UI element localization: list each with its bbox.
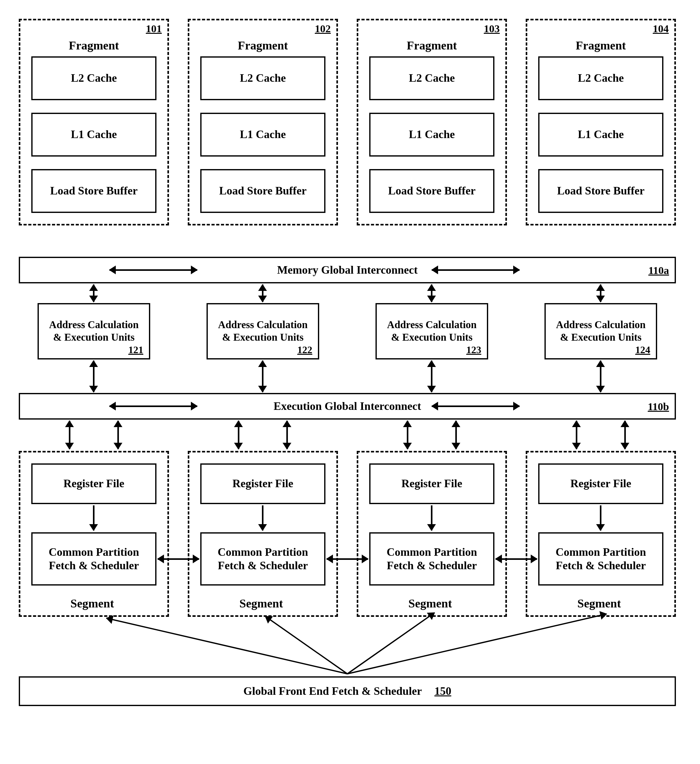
segment-4-label: Segment bbox=[577, 596, 621, 610]
fragment-1-l1: L1 Cache bbox=[31, 113, 156, 157]
arrow-h-cp-23 bbox=[327, 558, 368, 560]
fragment-3-lsb: Load Store Buffer bbox=[369, 169, 494, 213]
fragment-1-ref: 101 bbox=[146, 23, 162, 35]
arrow-v-rf-1a bbox=[69, 421, 70, 449]
arrow-v-rf-4b bbox=[624, 421, 626, 449]
arrow-h-mem-left bbox=[109, 269, 197, 271]
arrow-down-cp-4 bbox=[600, 506, 602, 531]
global-front-end-label: Global Front End Fetch & Scheduler bbox=[244, 684, 422, 698]
fragment-2-l1: L1 Cache bbox=[200, 113, 325, 157]
arrow-v-rf-3b bbox=[455, 421, 457, 449]
diag-4 bbox=[347, 614, 607, 675]
arrow-v-rf-2a bbox=[238, 421, 239, 449]
segment-2-label: Segment bbox=[239, 596, 283, 610]
diagram-canvas: 101 Fragment L2 Cache L1 Cache Load Stor… bbox=[19, 19, 681, 745]
diag-2 bbox=[265, 616, 348, 675]
register-file-1: Register File bbox=[31, 463, 156, 504]
arrow-down-cp-3 bbox=[431, 506, 433, 531]
register-file-4: Register File bbox=[538, 463, 663, 504]
arrow-h-mem-right bbox=[432, 269, 519, 271]
arrow-down-cp-2 bbox=[262, 506, 264, 531]
exec-unit-2-label: Address Calculation & Execution Units bbox=[218, 319, 308, 343]
fragment-4-title: Fragment bbox=[527, 39, 674, 52]
global-front-end-ref: 150 bbox=[434, 684, 451, 698]
fragment-1-title: Fragment bbox=[20, 39, 167, 52]
common-partition-4: Common Partition Fetch & Scheduler bbox=[538, 532, 663, 586]
arrow-v-rf-2b bbox=[286, 421, 288, 449]
exec-unit-3-label: Address Calculation & Execution Units bbox=[387, 319, 477, 343]
register-file-2: Register File bbox=[200, 463, 325, 504]
arrow-h-cp-12 bbox=[158, 558, 199, 560]
exec-unit-3: Address Calculation & Execution Units 12… bbox=[375, 303, 488, 360]
fragment-3-title: Fragment bbox=[358, 39, 505, 52]
diag-3 bbox=[347, 612, 435, 674]
exec-unit-2: Address Calculation & Execution Units 12… bbox=[206, 303, 319, 360]
exec-unit-2-ref: 122 bbox=[297, 344, 312, 356]
common-partition-1: Common Partition Fetch & Scheduler bbox=[31, 532, 156, 586]
common-partition-3: Common Partition Fetch & Scheduler bbox=[369, 532, 494, 586]
fragment-4-l1: L1 Cache bbox=[538, 113, 663, 157]
arrow-v-rf-1b bbox=[117, 421, 119, 449]
fragment-4-ref: 104 bbox=[653, 23, 669, 35]
register-file-3: Register File bbox=[369, 463, 494, 504]
arrow-v-rf-4a bbox=[576, 421, 577, 449]
global-front-end: Global Front End Fetch & Scheduler 150 bbox=[19, 676, 676, 706]
memory-interconnect-label: Memory Global Interconnect bbox=[277, 263, 417, 277]
execution-interconnect-label: Execution Global Interconnect bbox=[273, 399, 421, 413]
arrow-v-mem-2 bbox=[262, 285, 264, 302]
exec-unit-1-label: Address Calculation & Execution Units bbox=[49, 319, 139, 343]
exec-unit-3-ref: 123 bbox=[466, 344, 481, 356]
fragment-1-l2: L2 Cache bbox=[31, 56, 156, 100]
fragment-3-ref: 103 bbox=[484, 23, 500, 35]
arrow-v-exec-3 bbox=[431, 361, 433, 392]
exec-unit-4-label: Address Calculation & Execution Units bbox=[556, 319, 645, 343]
arrow-h-cp-34 bbox=[496, 558, 537, 560]
arrow-v-mem-1 bbox=[93, 285, 94, 302]
fragment-3-l1: L1 Cache bbox=[369, 113, 494, 157]
exec-unit-4-ref: 124 bbox=[635, 344, 650, 356]
arrow-v-mem-4 bbox=[600, 285, 602, 302]
segment-3-label: Segment bbox=[408, 596, 452, 610]
fragment-2-lsb: Load Store Buffer bbox=[200, 169, 325, 213]
arrow-v-exec-1 bbox=[93, 361, 94, 392]
diag-1 bbox=[106, 617, 348, 675]
fragment-1-lsb: Load Store Buffer bbox=[31, 169, 156, 213]
arrow-h-exec-left bbox=[109, 405, 197, 407]
arrow-down-cp-1 bbox=[93, 506, 94, 531]
fragment-4-l2: L2 Cache bbox=[538, 56, 663, 100]
arrow-h-exec-right bbox=[432, 405, 519, 407]
arrow-v-mem-3 bbox=[431, 285, 433, 302]
execution-interconnect-ref: 110b bbox=[648, 401, 669, 413]
memory-interconnect-ref: 110a bbox=[648, 264, 669, 277]
arrow-v-exec-2 bbox=[262, 361, 264, 392]
arrow-v-rf-3a bbox=[407, 421, 408, 449]
common-partition-2: Common Partition Fetch & Scheduler bbox=[200, 532, 325, 586]
fragment-2-title: Fragment bbox=[189, 39, 336, 52]
fragment-2-ref: 102 bbox=[315, 23, 331, 35]
exec-unit-1: Address Calculation & Execution Units 12… bbox=[38, 303, 150, 360]
arrow-v-exec-4 bbox=[600, 361, 602, 392]
fragment-4-lsb: Load Store Buffer bbox=[538, 169, 663, 213]
exec-unit-4: Address Calculation & Execution Units 12… bbox=[544, 303, 657, 360]
segment-1-label: Segment bbox=[70, 596, 114, 610]
exec-unit-1-ref: 121 bbox=[128, 344, 143, 356]
fragment-2-l2: L2 Cache bbox=[200, 56, 325, 100]
fragment-3-l2: L2 Cache bbox=[369, 56, 494, 100]
